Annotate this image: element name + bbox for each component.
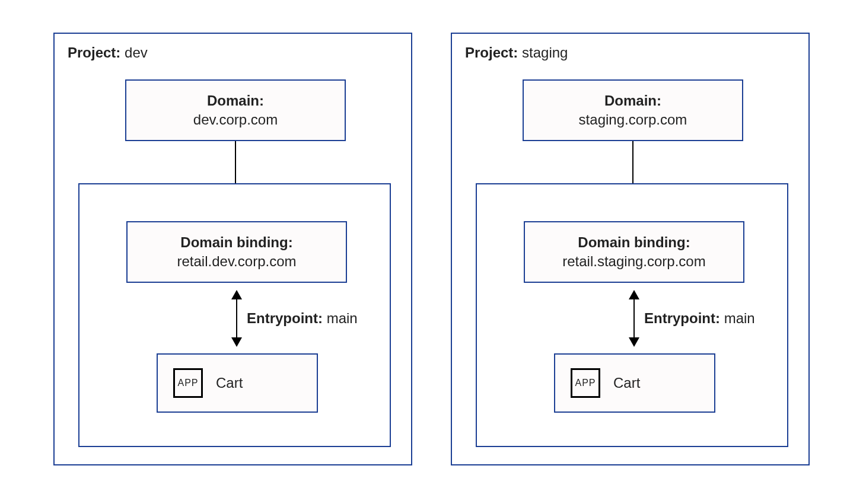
- app-badge: APP: [575, 378, 596, 388]
- arrow-binding-to-app: [633, 291, 635, 346]
- project-dev: Project: dev Domain: dev.corp.com Domain…: [53, 33, 412, 465]
- arrow-down-icon: [231, 337, 242, 347]
- project-name: dev: [125, 44, 148, 60]
- entrypoint-label: Entrypoint: main: [644, 310, 755, 327]
- entry-prefix: Entrypoint:: [247, 310, 323, 326]
- arrow-binding-to-app: [236, 291, 237, 346]
- entrypoint-label: Entrypoint: main: [247, 310, 358, 327]
- inner-container: Domain binding: retail.staging.corp.com …: [476, 183, 788, 447]
- binding-value: retail.dev.corp.com: [177, 252, 297, 271]
- domain-prefix: Domain:: [604, 92, 661, 109]
- app-box: APP Cart: [157, 353, 318, 413]
- entry-prefix: Entrypoint:: [644, 310, 720, 326]
- project-label: Project: dev: [68, 44, 148, 61]
- project-label-prefix: Project:: [465, 44, 518, 60]
- entry-value: main: [327, 310, 358, 326]
- app-name: Cart: [613, 375, 640, 391]
- app-badge: APP: [177, 378, 198, 388]
- project-label: Project: staging: [465, 44, 568, 61]
- app-name: Cart: [216, 375, 243, 391]
- binding-prefix: Domain binding:: [578, 234, 690, 250]
- project-staging: Project: staging Domain: staging.corp.co…: [451, 33, 810, 465]
- arrow-up-icon: [231, 290, 242, 299]
- app-icon: APP: [571, 368, 600, 398]
- domain-value: dev.corp.com: [193, 110, 278, 129]
- domain-value: staging.corp.com: [579, 110, 687, 129]
- entry-value: main: [724, 310, 755, 326]
- project-label-prefix: Project:: [68, 44, 120, 60]
- project-name: staging: [522, 44, 568, 60]
- arrow-up-icon: [629, 290, 639, 299]
- inner-container: Domain binding: retail.dev.corp.com Entr…: [78, 183, 391, 447]
- binding-prefix: Domain binding:: [180, 234, 292, 250]
- app-icon: APP: [173, 368, 203, 398]
- binding-box: Domain binding: retail.staging.corp.com: [524, 221, 744, 283]
- arrow-down-icon: [629, 337, 639, 347]
- domain-box: Domain: staging.corp.com: [523, 79, 743, 141]
- domain-box: Domain: dev.corp.com: [125, 79, 346, 141]
- binding-box: Domain binding: retail.dev.corp.com: [126, 221, 347, 283]
- app-box: APP Cart: [554, 353, 715, 413]
- domain-prefix: Domain:: [207, 92, 264, 109]
- binding-value: retail.staging.corp.com: [562, 252, 705, 271]
